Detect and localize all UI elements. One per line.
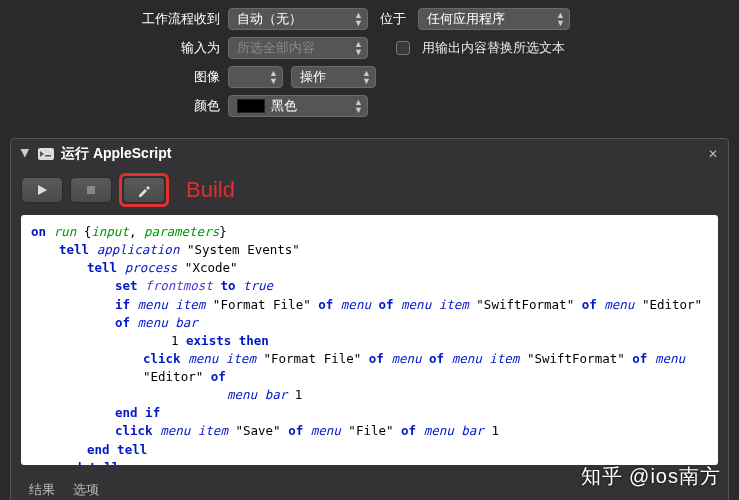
replace-checkbox[interactable] (396, 41, 410, 55)
chevron-updown-icon: ▲▼ (556, 11, 565, 27)
script-toolbar: Build (11, 169, 728, 215)
panel-header: ▶ 运行 AppleScript ✕ (11, 139, 728, 169)
settings-form: 工作流程收到 自动（无） ▲▼ 位于 任何应用程序 ▲▼ 输入为 所选全部内容 … (0, 0, 739, 138)
run-button[interactable] (21, 177, 63, 203)
applescript-app-icon (37, 145, 55, 163)
stop-button[interactable] (70, 177, 112, 203)
chevron-updown-icon: ▲▼ (354, 40, 363, 56)
chevron-updown-icon: ▲▼ (354, 11, 363, 27)
replace-label: 用输出内容替换所选文本 (422, 39, 565, 57)
workflow-label: 工作流程收到 (30, 10, 220, 28)
input-label: 输入为 (30, 39, 220, 57)
footer-results-tab[interactable]: 结果 (29, 481, 55, 499)
chevron-updown-icon: ▲▼ (354, 98, 363, 114)
build-button[interactable] (123, 177, 165, 203)
workflow-value: 自动（无） (237, 10, 302, 28)
panel-footer: 结果 选项 (11, 473, 728, 500)
image-label: 图像 (30, 68, 220, 86)
color-label: 颜色 (30, 97, 220, 115)
applescript-panel: ▶ 运行 AppleScript ✕ Build on run {input, … (10, 138, 729, 500)
color-select[interactable]: 黑色 ▲▼ (228, 95, 368, 117)
build-highlight (119, 173, 169, 207)
workflow-select[interactable]: 自动（无） ▲▼ (228, 8, 368, 30)
located-select[interactable]: 任何应用程序 ▲▼ (418, 8, 570, 30)
input-value: 所选全部内容 (237, 39, 315, 57)
color-swatch-icon (237, 99, 265, 113)
script-editor[interactable]: on run {input, parameters} tell applicat… (21, 215, 718, 465)
svg-rect-2 (87, 186, 95, 194)
image-ctrl-select[interactable]: ▲▼ (228, 66, 283, 88)
located-value: 任何应用程序 (427, 10, 505, 28)
footer-options-tab[interactable]: 选项 (73, 481, 99, 499)
svg-rect-1 (45, 155, 51, 157)
chevron-updown-icon: ▲▼ (269, 69, 278, 85)
close-icon[interactable]: ✕ (708, 147, 718, 161)
image-op-select[interactable]: 操作 ▲▼ (291, 66, 376, 88)
build-annotation: Build (186, 177, 235, 203)
located-label: 位于 (380, 10, 406, 28)
input-select[interactable]: 所选全部内容 ▲▼ (228, 37, 368, 59)
color-value: 黑色 (271, 97, 297, 115)
image-op-value: 操作 (300, 68, 326, 86)
disclosure-triangle-icon[interactable]: ▶ (19, 148, 32, 160)
panel-title: 运行 AppleScript (61, 145, 171, 163)
chevron-updown-icon: ▲▼ (362, 69, 371, 85)
